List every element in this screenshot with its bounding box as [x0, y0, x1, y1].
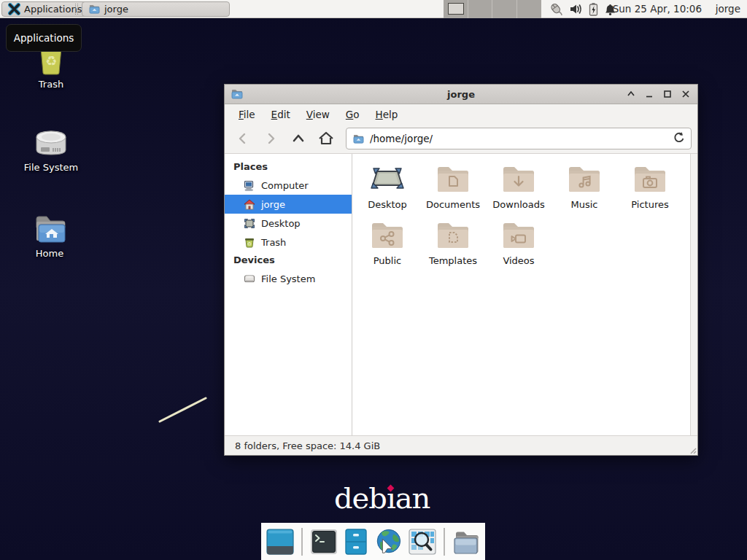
- sidebar-item-desktop[interactable]: Desktop: [225, 214, 352, 233]
- panel-username: jorge: [716, 0, 740, 18]
- panel-handle[interactable]: [75, 4, 78, 15]
- file-pictures[interactable]: Pictures: [619, 164, 681, 210]
- maximize-button[interactable]: [662, 88, 673, 100]
- sidebar-item-jorge[interactable]: jorge: [225, 195, 352, 214]
- applications-menu-label: Applications: [24, 4, 82, 15]
- sidebar-devices-header: Devices: [225, 252, 352, 269]
- close-button[interactable]: [680, 88, 692, 100]
- desktop-icon-file-system[interactable]: File System: [16, 127, 86, 173]
- app-finder-icon[interactable]: [408, 527, 437, 556]
- debian-logo: debıan: [334, 481, 430, 515]
- toolbar: /home/jorge/: [225, 124, 697, 154]
- workspace-window-miniature: [448, 3, 464, 15]
- file-manager-window: jorge File Edit View Go Help: [224, 84, 698, 456]
- workspace-1[interactable]: [444, 0, 468, 18]
- top-panel: Applications jorge: [0, 0, 747, 18]
- workspace-3[interactable]: [492, 0, 517, 18]
- menu-view[interactable]: View: [300, 106, 336, 122]
- svg-text:♻: ♻: [45, 53, 57, 69]
- statusbar-text: 8 folders, Free space: 14.4 GiB: [235, 440, 380, 451]
- desktop-place-icon: [244, 218, 255, 229]
- file-icon-view[interactable]: Desktop Documents: [352, 154, 697, 435]
- mouse-icon[interactable]: [549, 2, 563, 16]
- menu-file[interactable]: File: [232, 106, 262, 122]
- workspace-2[interactable]: [468, 0, 493, 18]
- sidebar-item-trash[interactable]: ♻ Trash: [225, 233, 352, 252]
- menu-edit[interactable]: Edit: [265, 106, 297, 122]
- desktop-icon-label: Home: [15, 248, 85, 259]
- file-public[interactable]: Public: [357, 220, 418, 266]
- terminal-icon[interactable]: [309, 527, 338, 556]
- system-tray: [549, 0, 616, 18]
- up-button[interactable]: [286, 128, 311, 149]
- templates-folder-icon: [436, 220, 471, 249]
- home-icon: [244, 199, 255, 210]
- panel-clock[interactable]: Sun 25 Apr, 10:06: [613, 0, 702, 18]
- workspace-switcher: [444, 0, 541, 18]
- desktop-icon-label: File System: [16, 162, 86, 173]
- drive-icon: [244, 273, 255, 284]
- file-music[interactable]: Music: [554, 164, 615, 210]
- file-manager-icon[interactable]: [344, 527, 369, 556]
- pictures-folder-icon: [632, 164, 667, 193]
- computer-icon: [244, 180, 255, 191]
- public-folder-icon: [370, 220, 405, 249]
- sidebar-item-file-system[interactable]: File System: [225, 269, 352, 288]
- minimize-button[interactable]: [643, 88, 655, 100]
- downloads-folder-icon: [501, 164, 536, 193]
- forward-button[interactable]: [258, 128, 283, 149]
- taskbar-window-label: jorge: [104, 4, 128, 15]
- sidebar-item-computer[interactable]: Computer: [225, 176, 352, 195]
- volume-icon[interactable]: [569, 3, 583, 15]
- harddrive-icon: [16, 127, 86, 159]
- path-input[interactable]: /home/jorge/: [370, 133, 667, 144]
- sidebar-places-header: Places: [225, 158, 352, 176]
- desktop-icon-home[interactable]: Home: [15, 213, 85, 259]
- workspace-4[interactable]: [517, 0, 542, 18]
- bottom-dock: [261, 523, 485, 560]
- menubar: File Edit View Go Help: [225, 104, 697, 124]
- videos-folder-icon: [501, 220, 536, 249]
- folder-icon: [88, 4, 101, 15]
- taskbar-window-button[interactable]: jorge: [82, 1, 230, 17]
- battery-charging-icon[interactable]: [589, 2, 598, 16]
- file-templates[interactable]: Templates: [422, 220, 484, 266]
- applications-tooltip: Applications: [6, 24, 82, 52]
- directory-menu-icon[interactable]: [452, 527, 481, 556]
- resize-grip[interactable]: [688, 446, 697, 454]
- desktop-icon-label: Trash: [16, 79, 86, 90]
- path-bar[interactable]: /home/jorge/: [346, 128, 692, 149]
- home-button[interactable]: [314, 128, 338, 149]
- path-folder-icon: [352, 133, 365, 144]
- stray-line-artifact: [153, 392, 213, 427]
- sidebar: Places Computer jorge: [225, 154, 352, 435]
- menu-help[interactable]: Help: [369, 106, 405, 122]
- titlebar[interactable]: jorge: [225, 85, 697, 104]
- trash-small-icon: ♻: [244, 237, 255, 248]
- back-button[interactable]: [231, 128, 255, 149]
- dock-separator: [444, 528, 445, 556]
- svg-text:♻: ♻: [247, 241, 252, 246]
- xfce-applications-icon: [8, 3, 20, 15]
- dock-separator: [301, 528, 303, 556]
- desktop-folder-icon: [370, 164, 405, 193]
- documents-folder-icon: [436, 164, 471, 193]
- home-folder-icon: [15, 213, 85, 245]
- file-desktop[interactable]: Desktop: [357, 164, 418, 210]
- reload-button[interactable]: [673, 131, 685, 146]
- music-folder-icon: [567, 164, 602, 193]
- show-desktop-icon[interactable]: [266, 527, 295, 556]
- file-documents[interactable]: Documents: [422, 164, 484, 210]
- menu-go[interactable]: Go: [339, 106, 366, 122]
- vertical-scrollbar[interactable]: [690, 154, 697, 435]
- statusbar: 8 folders, Free space: 14.4 GiB: [225, 435, 697, 455]
- web-browser-icon[interactable]: [374, 527, 403, 556]
- file-videos[interactable]: Videos: [488, 220, 549, 266]
- shade-button[interactable]: [625, 88, 637, 100]
- file-downloads[interactable]: Downloads: [488, 164, 549, 210]
